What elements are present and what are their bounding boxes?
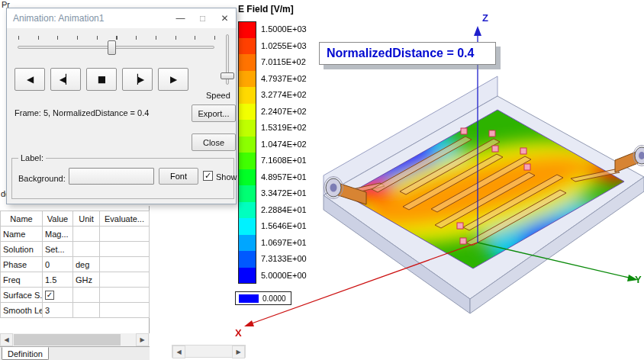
port-marker[interactable] [460,238,466,244]
dialog-titlebar[interactable]: Animation: Animation1 — □ ✕ [7,8,236,28]
scrollbar-thumb[interactable] [14,334,121,346]
legend-entry: 1.5000E+03 [238,21,307,38]
legend-color-swatch [238,202,256,219]
show-checkbox-label: Show [216,172,237,182]
step-forward-button[interactable]: ▕▶ [122,68,153,91]
legend-value: 1.0255E+03 [256,38,307,55]
property-value[interactable]: Set... [43,242,73,257]
scroll-left-arrow[interactable]: ◀ [0,333,13,346]
normalized-distance-label[interactable]: NormalizedDistance = 0.4 [319,42,496,65]
legend-value: 1.5319E+02 [256,120,307,137]
playback-controls: ◀◀▏■▕▶▶ [14,68,188,91]
stop-button[interactable]: ■ [86,68,117,91]
port-marker[interactable] [524,164,530,170]
application-window: Pr de [0,0,644,360]
property-unit [73,227,100,242]
legend-value: 2.2884E+01 [256,202,307,219]
legend-entry: 4.8957E+01 [238,169,307,186]
background-color-button[interactable] [69,168,154,185]
property-row[interactable]: Phase0deg [1,257,150,272]
close-icon[interactable]: ✕ [214,8,236,28]
port-marker[interactable] [520,148,526,154]
font-button[interactable]: Font [159,168,198,185]
speed-slider-thumb[interactable] [221,72,234,79]
properties-panel: NameValueUnitEvaluate... NameMag...Solut… [0,206,150,360]
legend-color-swatch [238,87,256,104]
property-name: Solution [1,242,43,257]
frame-slider-thumb[interactable] [108,40,116,55]
legend-zero-entry: 0.0000 [235,291,291,305]
property-checkbox[interactable]: ✓ [45,291,54,300]
play-reverse-button[interactable]: ◀ [14,68,45,91]
legend-value: 1.0697E+01 [256,235,307,252]
legend-entry: 3.3472E+01 [238,185,307,202]
properties-horizontal-scrollbar[interactable]: ◀ ▶ [0,333,150,346]
z-axis-arrow [474,26,481,36]
legend-entry: 4.7937E+02 [238,71,307,88]
coax-connector-right[interactable] [615,146,644,173]
scroll-left-arrow[interactable]: ◀ [172,346,185,358]
property-evaluate [100,242,150,257]
legend-value: 4.8957E+01 [256,169,307,186]
property-value[interactable]: Mag... [43,227,73,242]
port-marker[interactable] [461,128,467,134]
legend-color-swatch [238,38,256,55]
property-value[interactable]: ✓ [43,288,73,303]
export-button[interactable]: Export... [192,104,236,122]
legend-color-swatch [238,169,256,186]
scroll-right-arrow[interactable]: ▶ [232,346,245,358]
legend-zero-value: 0.0000 [262,294,286,303]
property-row[interactable]: Smooth Le...3 [1,303,150,318]
legend-value: 3.3472E+01 [256,185,307,202]
legend-entry: 1.0255E+03 [238,38,307,55]
property-name: Name [1,227,43,242]
legend-title: E Field [V/m] [238,4,294,14]
legend-entry: 7.3133E+00 [238,251,307,268]
property-row[interactable]: Surface S...✓ [1,288,150,303]
port-marker[interactable] [492,146,498,152]
close-button[interactable]: Close [192,133,236,151]
frame-slider-track[interactable] [18,46,214,49]
x-axis-arrow [244,320,254,326]
legend-color-swatch [238,235,256,252]
property-row[interactable]: Freq1.5GHz [1,272,150,288]
property-evaluate [100,227,150,242]
legend-color-swatch [238,218,256,235]
port-marker[interactable] [457,223,463,229]
legend-value: 4.7937E+02 [256,71,307,88]
play-forward-button[interactable]: ▶ [158,68,188,91]
legend-value: 1.5000E+03 [256,21,307,38]
legend-entry: 1.0697E+01 [238,235,307,252]
label-group-box: Label: Background: Font ✓ Show [11,158,234,199]
maximize-button[interactable]: □ [192,8,214,28]
property-value[interactable]: 0 [43,257,73,272]
field-plot-surface[interactable] [330,110,635,278]
legend-entry: 1.5646E+01 [238,218,307,235]
speed-label: Speed [206,91,230,100]
field-color-legend: 1.5000E+031.0255E+037.0115E+024.7937E+02… [238,21,307,284]
show-checkbox[interactable]: ✓ [203,171,213,181]
property-row[interactable]: SolutionSet... [1,242,150,257]
legend-color-swatch [238,104,256,121]
legend-color-swatch [238,21,256,38]
properties-table: NameValueUnitEvaluate... NameMag...Solut… [0,211,150,318]
bottom-scrollbar-fragment[interactable]: ◀ ▶ [172,345,246,358]
property-column-header: Evaluate... [100,211,150,227]
tab-definition[interactable]: Definition [2,347,49,360]
port-marker[interactable] [489,130,495,137]
minimize-button[interactable]: — [169,8,192,28]
property-evaluate [100,303,150,318]
property-value[interactable]: 3 [43,303,73,318]
legend-color-swatch [238,251,256,268]
property-unit: GHz [73,272,100,288]
legend-entry: 2.2884E+01 [238,202,307,219]
scroll-right-arrow[interactable]: ▶ [136,333,149,346]
step-back-button[interactable]: ◀▏ [50,68,81,91]
property-row[interactable]: NameMag... [1,227,150,242]
legend-color-swatch [238,120,256,137]
x-axis-label: X [235,327,242,339]
property-column-header: Value [43,211,73,227]
y-axis-label: Y [635,274,642,285]
property-value[interactable]: 1.5 [43,272,73,288]
legend-value: 7.1608E+01 [256,153,307,169]
